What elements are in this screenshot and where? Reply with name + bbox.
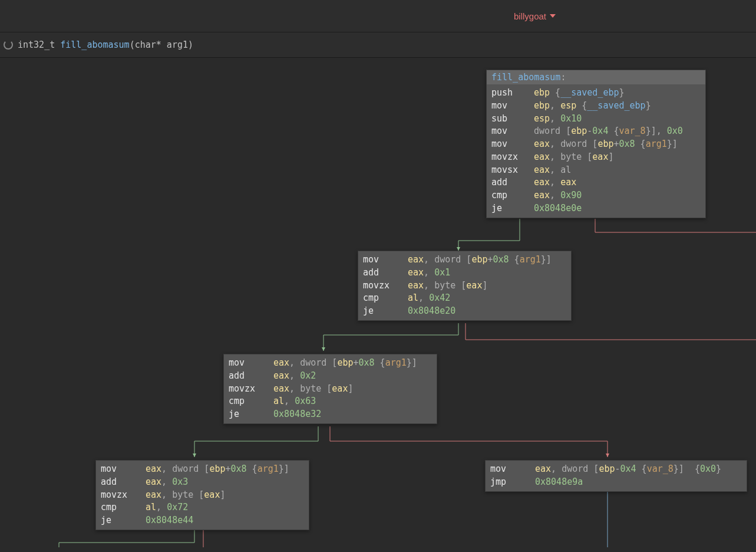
block-function-name: fill_abomasum bbox=[491, 72, 560, 83]
function-signature-bar: int32_t fill_abomasum(char* arg1) bbox=[0, 32, 756, 58]
argument-ref: arg1 bbox=[646, 139, 667, 149]
chevron-down-icon bbox=[550, 14, 556, 18]
instruction-line[interactable]: addeax, eax bbox=[491, 176, 701, 189]
mnemonic: movzx bbox=[229, 383, 273, 396]
token: { bbox=[247, 464, 257, 474]
saved-register-ref: __saved_ebp bbox=[560, 87, 619, 98]
token: , bbox=[550, 177, 560, 188]
signature-params: (char* arg1) bbox=[130, 40, 193, 50]
signature-function-name[interactable]: fill_abomasum bbox=[60, 40, 129, 50]
token: , byte [ bbox=[161, 489, 204, 500]
basic-block[interactable]: moveax, dword [ebp-0x4 {var_8}] {0x0}jmp… bbox=[485, 460, 747, 492]
instruction-line[interactable]: moveax, dword [ebp+0x8 {arg1}] bbox=[491, 138, 701, 151]
token: { bbox=[635, 139, 646, 149]
mnemonic: je bbox=[363, 305, 408, 318]
token: + bbox=[353, 357, 358, 368]
register: al bbox=[146, 502, 156, 512]
instruction-line[interactable]: subesp, 0x10 bbox=[491, 113, 701, 126]
instruction-line[interactable]: moveax, dword [ebp-0x4 {var_8}] {0x0} bbox=[490, 463, 742, 476]
token: } bbox=[716, 464, 721, 474]
instruction-line[interactable]: movzxeax, byte [eax] bbox=[491, 151, 701, 164]
token: , bbox=[550, 113, 560, 124]
basic-block[interactable]: moveax, dword [ebp+0x8 {arg1}]addeax, 0x… bbox=[95, 460, 309, 530]
mnemonic: mov bbox=[101, 463, 146, 476]
number-literal: 0x2 bbox=[300, 370, 316, 381]
instruction-line[interactable]: cmpeax, 0x90 bbox=[491, 189, 701, 202]
instruction-line[interactable]: movdword [ebp-0x4 {var_8}], 0x0 bbox=[491, 125, 701, 138]
instruction-line[interactable]: jmp0x8048e9a bbox=[490, 476, 742, 489]
address-ref: 0x8048e20 bbox=[408, 305, 455, 316]
instruction-line[interactable]: movsxeax, al bbox=[491, 164, 701, 177]
loading-spinner-icon bbox=[4, 40, 13, 50]
number-literal: 0x72 bbox=[167, 502, 188, 512]
token: , bbox=[418, 293, 429, 303]
instruction-line[interactable]: je0x8048e20 bbox=[363, 305, 566, 318]
register: eax bbox=[273, 383, 289, 394]
token: }] bbox=[667, 139, 678, 149]
address-ref: 0x8048e44 bbox=[146, 515, 193, 525]
register: eax bbox=[592, 152, 608, 162]
mnemonic: cmp bbox=[101, 501, 146, 514]
token: + bbox=[613, 139, 619, 149]
argument-ref: arg1 bbox=[385, 357, 407, 368]
instruction-line[interactable]: movzxeax, byte [eax] bbox=[101, 489, 304, 502]
instruction-line[interactable]: je0x8048e44 bbox=[101, 514, 304, 527]
instruction-line[interactable]: movzxeax, byte [eax] bbox=[363, 280, 566, 293]
instruction-line[interactable]: movzxeax, byte [eax] bbox=[229, 383, 432, 396]
mnemonic: add bbox=[491, 176, 534, 189]
instruction-line[interactable]: addeax, 0x2 bbox=[229, 370, 432, 383]
register: al bbox=[408, 293, 418, 303]
register: eax bbox=[534, 190, 550, 201]
register: ebp bbox=[599, 464, 615, 474]
token: }], bbox=[646, 126, 667, 136]
register: ebp bbox=[597, 139, 613, 149]
instruction-line[interactable]: moveax, dword [ebp+0x8 {arg1}] bbox=[363, 254, 566, 267]
token: , byte [ bbox=[289, 383, 332, 394]
mnemonic: mov bbox=[229, 357, 273, 370]
token: , bbox=[161, 477, 172, 487]
instruction-line[interactable]: addeax, 0x3 bbox=[101, 476, 304, 489]
register: eax bbox=[534, 139, 550, 149]
instruction-line[interactable]: je0x8048e0e bbox=[491, 202, 701, 215]
token: , bbox=[156, 502, 167, 512]
mnemonic: cmp bbox=[363, 292, 408, 305]
token: , bbox=[289, 370, 300, 381]
token: dword [ bbox=[534, 126, 571, 136]
token: , dword [ bbox=[550, 139, 597, 149]
argument-ref: arg1 bbox=[257, 464, 279, 474]
control-flow-graph[interactable]: fill_abomasum: pushebp {__saved_ebp}move… bbox=[0, 58, 756, 547]
instruction-line[interactable]: pushebp {__saved_ebp} bbox=[491, 87, 701, 100]
basic-block[interactable]: moveax, dword [ebp+0x8 {arg1}]addeax, 0x… bbox=[223, 354, 437, 424]
register: ebp bbox=[534, 87, 550, 98]
token: + bbox=[487, 254, 493, 265]
instruction-line[interactable]: movebp, esp {__saved_ebp} bbox=[491, 100, 701, 113]
module-dropdown[interactable]: billygoat bbox=[514, 11, 556, 21]
token: { bbox=[576, 100, 587, 111]
instruction-line[interactable]: je0x8048e32 bbox=[229, 408, 432, 421]
instruction-line[interactable]: moveax, dword [ebp+0x8 {arg1}] bbox=[101, 463, 304, 476]
mnemonic: jmp bbox=[490, 476, 535, 489]
variable-ref: var_8 bbox=[647, 464, 674, 474]
register: eax bbox=[273, 370, 289, 381]
block-label: fill_abomasum: bbox=[487, 70, 705, 84]
basic-block[interactable]: moveax, dword [ebp+0x8 {arg1}]addeax, 0x… bbox=[358, 251, 572, 321]
basic-block-entry[interactable]: fill_abomasum: pushebp {__saved_ebp}move… bbox=[486, 70, 706, 218]
token: + bbox=[225, 464, 230, 474]
instruction-line[interactable]: moveax, dword [ebp+0x8 {arg1}] bbox=[229, 357, 432, 370]
number-literal: 0x8 bbox=[619, 139, 635, 149]
instruction-line[interactable]: addeax, 0x1 bbox=[363, 267, 566, 280]
mnemonic: mov bbox=[363, 254, 408, 267]
register: eax bbox=[560, 177, 576, 188]
instruction-line[interactable]: cmpal, 0x72 bbox=[101, 501, 304, 514]
number-literal: 0x3 bbox=[172, 477, 188, 487]
token: } bbox=[646, 100, 651, 111]
mnemonic: je bbox=[491, 202, 534, 215]
number-literal: 0x8 bbox=[359, 357, 375, 368]
register: eax bbox=[408, 267, 424, 278]
instruction-line[interactable]: cmpal, 0x63 bbox=[229, 395, 432, 408]
register: eax bbox=[535, 464, 551, 474]
number-literal: 0x4 bbox=[620, 464, 636, 474]
instruction-line[interactable]: cmpal, 0x42 bbox=[363, 292, 566, 305]
token: , byte [ bbox=[550, 152, 592, 162]
token: , bbox=[284, 396, 295, 406]
